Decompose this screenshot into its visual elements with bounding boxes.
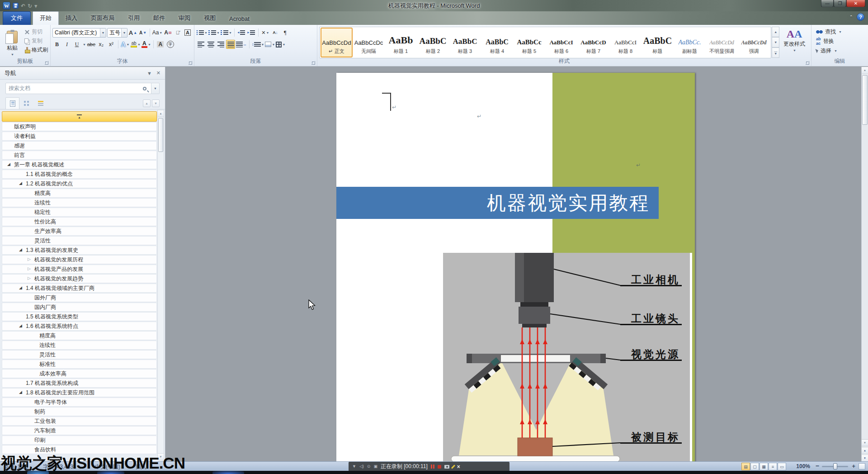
style-item[interactable]: AaBbCcDd ↵ 正文 xyxy=(321,28,353,57)
tab-file[interactable]: 文件 xyxy=(3,11,31,25)
fit-page-button[interactable] xyxy=(859,463,865,469)
next-heading-button[interactable]: ▼ xyxy=(152,100,160,107)
asian-layout-button[interactable]: ✕▼ xyxy=(261,28,270,37)
select-button[interactable]: 选择 ▼ xyxy=(816,47,866,55)
print-layout-view-button[interactable]: ▤ xyxy=(741,463,750,470)
shading-button[interactable]: ▼ xyxy=(265,40,275,49)
nav-outline-item[interactable]: 1.7 机器视觉系统构成 xyxy=(2,379,157,388)
taskbar-app-icon[interactable] xyxy=(212,471,244,474)
draft-view-button[interactable]: ▭ xyxy=(778,463,786,470)
font-dialog-launcher-icon[interactable] xyxy=(189,61,192,65)
tab-view[interactable]: 视图 xyxy=(197,12,222,25)
font-size-select[interactable]: 五号 ▼ xyxy=(107,28,127,38)
style-item[interactable]: AaBbCcDc 无间隔 xyxy=(353,28,385,57)
outline-view-button[interactable]: ≡ xyxy=(769,463,777,470)
nav-outline-item[interactable] xyxy=(2,111,157,122)
style-gallery-up-button[interactable]: ▲ xyxy=(772,27,779,37)
nav-outline-item[interactable]: 机器视觉的发展趋势 xyxy=(2,274,157,283)
increase-indent-button[interactable] xyxy=(247,28,256,37)
styles-dialog-launcher-icon[interactable] xyxy=(806,61,809,65)
save-icon[interactable] xyxy=(13,3,19,9)
nav-outline-item[interactable]: 读者利益 xyxy=(2,132,157,141)
align-left-button[interactable] xyxy=(196,40,205,49)
nav-outline-item[interactable]: 机器视觉产品的发展 xyxy=(2,265,157,274)
distributed-button[interactable]: ↔ xyxy=(236,40,247,49)
tab-acrobat[interactable]: Acrobat xyxy=(222,13,256,25)
expand-triangle-icon[interactable] xyxy=(7,162,10,166)
help-icon[interactable]: ? xyxy=(857,13,864,21)
strikethrough-button[interactable]: abe xyxy=(87,40,96,49)
show-marks-button[interactable]: ¶ xyxy=(281,28,290,37)
character-border-button[interactable]: A xyxy=(183,28,192,37)
nav-outline-item[interactable]: 第一章 机器视觉概述 xyxy=(2,160,157,169)
nav-outline-item[interactable]: 版权声明 xyxy=(2,122,157,131)
nav-outline-item[interactable]: 印刷 xyxy=(2,436,157,445)
nav-outline-item[interactable]: 精度高 xyxy=(2,189,157,198)
nav-outline-item[interactable]: 性价比高 xyxy=(2,217,157,226)
nav-outline-item[interactable]: 灵活性 xyxy=(2,350,157,359)
font-color-button[interactable]: A▼ xyxy=(142,40,151,49)
qat-customize-icon[interactable]: ▾ xyxy=(34,3,37,9)
chevron-down-icon[interactable]: ▼ xyxy=(100,28,106,37)
character-shading-button[interactable]: A xyxy=(156,40,165,49)
nav-pane-close-icon[interactable]: ✕ xyxy=(156,70,160,76)
style-item[interactable]: AaBbC 标题 xyxy=(642,28,674,57)
minimize-ribbon-icon[interactable]: ⌃ xyxy=(849,14,853,19)
expand-triangle-icon[interactable] xyxy=(28,257,31,261)
nav-outline-item[interactable]: 灵活性 xyxy=(2,236,157,245)
doc-scroll-up-icon[interactable]: ▲ xyxy=(862,67,868,74)
enclose-characters-button[interactable]: 字 xyxy=(166,40,175,49)
style-item[interactable]: AaBbC 标题 4 xyxy=(481,28,513,57)
align-right-button[interactable] xyxy=(216,40,225,49)
font-family-select[interactable]: Calibri (西文正文) ▼ xyxy=(52,28,106,38)
previous-heading-button[interactable]: ▲ xyxy=(143,100,151,107)
expand-triangle-icon[interactable] xyxy=(19,247,22,252)
tab-page-layout[interactable]: 页面布局 xyxy=(84,12,121,25)
expand-triangle-icon[interactable] xyxy=(19,323,22,328)
zoom-level[interactable]: 100% xyxy=(796,463,810,469)
tab-review[interactable]: 审阅 xyxy=(172,12,197,25)
nav-outline-item[interactable]: 前言 xyxy=(2,151,157,160)
minimize-button[interactable]: — xyxy=(821,0,834,7)
bullets-button[interactable]: ▼ xyxy=(196,28,208,37)
close-button[interactable]: ✕ xyxy=(846,0,865,7)
nav-outline-item[interactable]: 1.1 机器视觉的概念 xyxy=(2,170,157,179)
camera-icon[interactable] xyxy=(444,465,449,469)
word-logo-icon[interactable]: W xyxy=(3,2,10,9)
nav-outline-item[interactable]: 1.5 机器视觉系统类型 xyxy=(2,312,157,321)
paragraph-dialog-launcher-icon[interactable] xyxy=(311,61,315,65)
replace-button[interactable]: abac 替换 xyxy=(816,37,866,45)
bold-button[interactable]: B xyxy=(52,40,61,49)
style-item[interactable]: AaBbCcI 标题 8 xyxy=(609,28,642,57)
browse-headings-tab[interactable] xyxy=(5,97,19,109)
nav-outline-item[interactable]: 1.6 机器视觉系统特点 xyxy=(2,322,157,331)
subscript-button[interactable]: x₂ xyxy=(97,40,106,49)
multilevel-list-button[interactable]: ▼ xyxy=(221,28,232,37)
expand-triangle-icon[interactable] xyxy=(19,285,22,290)
shrink-font-button[interactable]: A▼ xyxy=(138,28,147,37)
nav-outline-item[interactable]: 1.2 机器视觉的优点 xyxy=(2,179,157,188)
expand-triangle-icon[interactable] xyxy=(28,276,31,280)
chevron-down-icon[interactable]: ▼ xyxy=(121,28,127,37)
copy-button[interactable]: 复制 xyxy=(24,37,48,45)
nav-outline-item[interactable]: 工业包装 xyxy=(2,417,157,426)
undo-icon[interactable]: ↶ xyxy=(21,3,25,9)
nav-outline-item[interactable]: 机器视觉的发展历程 xyxy=(2,255,157,264)
tab-mailings[interactable]: 邮件 xyxy=(146,12,172,25)
nav-pane-dropdown-icon[interactable]: ▼ xyxy=(147,71,152,76)
style-item[interactable]: AaBbCcDd 不明显强调 xyxy=(706,28,738,57)
close-recorder-icon[interactable]: × xyxy=(457,464,460,470)
nav-outline-item[interactable]: 标准性 xyxy=(2,360,157,369)
zoom-out-button[interactable]: − xyxy=(816,462,819,469)
style-item[interactable]: AaBbC 标题 3 xyxy=(449,28,481,57)
cut-button[interactable]: 剪切 xyxy=(24,28,48,36)
nav-outline-item[interactable]: 连续性 xyxy=(2,341,157,350)
nav-scrollbar-thumb[interactable] xyxy=(158,118,163,152)
borders-button[interactable]: ▼ xyxy=(276,40,285,49)
italic-button[interactable]: I xyxy=(62,40,71,49)
nav-outline-item[interactable]: 制药 xyxy=(2,407,157,416)
zoom-in-button[interactable]: + xyxy=(852,463,855,469)
browse-pages-tab[interactable] xyxy=(19,97,33,109)
grow-font-button[interactable]: A▲ xyxy=(128,28,137,37)
magnifier-icon[interactable]: ⊙ xyxy=(367,465,371,469)
